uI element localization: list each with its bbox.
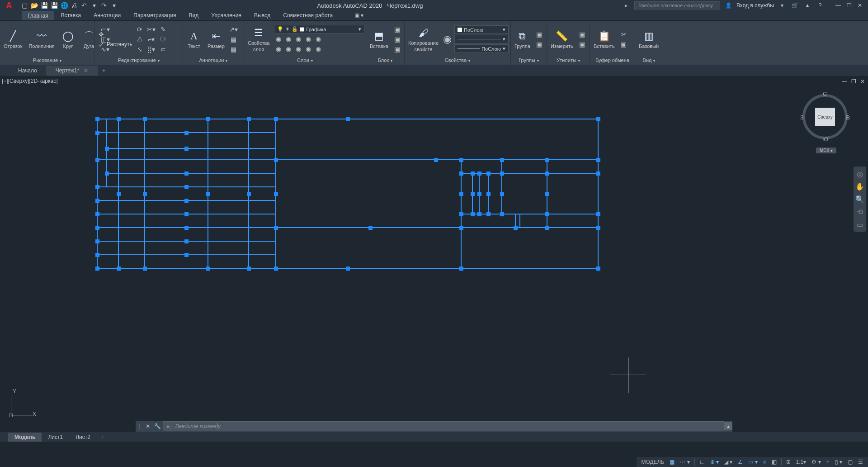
block-tool-icon[interactable]: ▣ [393,45,402,54]
cut-icon[interactable]: ✂ [619,30,628,39]
table-icon[interactable]: ▦ [229,35,238,44]
erase-icon[interactable]: ✎ [159,25,168,34]
ui-config-icon[interactable]: ▯ ▾ [833,458,844,466]
snap-toggle[interactable]: ⋯ ▾ [678,458,692,466]
layer-tool-icon[interactable]: ◉ [314,44,323,53]
cmd-options-icon[interactable]: 🔧 [152,423,163,429]
status-model[interactable]: МОДЕЛЬ [639,458,667,466]
plot-icon[interactable]: 🖨 [70,1,79,10]
search-input[interactable]: Введите ключевое слово/фразу [634,1,720,10]
transparency-toggle[interactable]: ◧ [769,458,779,466]
ucs-icon[interactable]: Y X [5,387,36,419]
layer-tool-icon[interactable]: ◉ [314,34,323,43]
iso-toggle[interactable]: ◢ ▾ [722,458,735,466]
clean-screen-icon[interactable]: ▢ [845,458,855,466]
rotate-icon[interactable]: ⟳ [135,25,144,34]
scale-label[interactable]: 1:1 ▾ [794,458,809,466]
cycling-toggle[interactable]: ⊞ [784,458,793,466]
compass-south[interactable]: Ю [822,136,828,143]
tab-main[interactable]: Главная [22,11,54,20]
cmd-history-button[interactable]: ▴ [724,422,732,430]
tab-parametric[interactable]: Параметризация [127,10,182,20]
otrack-toggle[interactable]: ▭ ▾ [746,458,760,466]
move-icon[interactable]: ✥ [97,30,106,39]
panel-annot-title[interactable]: Аннотации▾ [185,57,242,64]
tab-manage[interactable]: Управление [205,10,247,20]
tab-output[interactable]: Вывод [248,10,276,20]
lineweight-dropdown[interactable]: ▾ [454,35,509,43]
scale-icon[interactable]: ⤡ [135,45,144,54]
util-tool-icon[interactable]: ▣ [578,30,587,39]
stretch-button[interactable]: ⤢Растянуть [97,40,132,49]
array-icon[interactable]: ⣿▾ [147,45,156,54]
layer-tool-icon[interactable]: ◉ [294,34,303,43]
polyline-button[interactable]: 〰Полилиния [27,28,56,50]
new-icon[interactable]: ▢ [20,1,29,10]
app-logo[interactable]: A [0,0,18,11]
group-tool-icon[interactable]: ▣ [535,40,544,49]
layer-tool-icon[interactable]: ◉ [304,34,313,43]
web-icon[interactable]: 🌐 [60,1,69,10]
osnap-toggle[interactable]: ∠ [736,458,745,466]
restore-icon[interactable]: ❐ [844,1,854,10]
file-tab-start[interactable]: Начало [9,66,47,76]
panel-block-title[interactable]: Блок▾ [368,57,402,64]
lwt-toggle[interactable]: ≡ [761,458,769,466]
saveas-icon[interactable]: 💾 [50,1,59,10]
paste-button[interactable]: 📋Вставить [592,28,617,50]
chevron-down-icon[interactable]: ▾ [778,1,787,10]
close-icon[interactable]: ✕ [855,1,864,10]
baseview-button[interactable]: ▥Базовый [637,28,660,50]
cmd-close-icon[interactable]: ✕ [144,423,152,429]
open-icon[interactable]: 📂 [30,1,39,10]
tab-layout2[interactable]: Лист2 [69,433,97,442]
panel-utils-title[interactable]: Утилиты▾ [549,57,588,64]
redo-icon[interactable]: ↷ [99,1,108,10]
tab-annotate[interactable]: Аннотации [88,10,127,20]
fillet-icon[interactable]: ⌐▾ [147,35,156,44]
minimize-icon[interactable]: — [834,1,843,10]
color-dropdown[interactable]: ПоСлою▾ [454,25,509,34]
ortho-toggle[interactable]: ∟ [697,458,707,466]
command-input[interactable]: ▸_ Введите команду [163,421,724,431]
color-wheel-icon[interactable]: ◉ [443,35,452,44]
customize-icon[interactable]: ☰ [856,458,865,466]
viewcube-top-face[interactable]: Сверху [815,108,835,126]
grid-toggle[interactable]: ▦ [667,458,677,466]
wcs-label[interactable]: МСК ▾ [816,148,836,153]
panel-edit-title[interactable]: Редактирование▾ [97,57,181,64]
layer-tool-icon[interactable]: ◉ [294,44,303,53]
zoom-icon[interactable]: 🔍 [854,194,865,205]
block-tool-icon[interactable]: ▣ [393,25,402,34]
tab-featured[interactable]: ▣ ▾ [349,10,369,20]
panel-view-title[interactable]: Вид▾ [637,57,661,64]
undo-icon[interactable]: ↶ [80,1,89,10]
copy-icon[interactable]: ▣ [619,40,628,49]
group-button[interactable]: ⧉Группа [513,28,532,50]
util-tool-icon[interactable]: ▣ [578,40,587,49]
circle-button[interactable]: ◯Круг [59,28,77,50]
compass-north[interactable]: С [823,91,827,97]
leader-icon[interactable]: ↗▾ [229,25,238,34]
block-tool-icon[interactable]: ▣ [393,35,402,44]
drawing-viewport[interactable]: [−][Сверху][2D-каркас] — ❐ ✕ [0,76,868,421]
trim-icon[interactable]: ✂▾ [147,25,156,34]
gear-icon[interactable]: ⚙ ▾ [809,458,823,466]
cart-icon[interactable]: 🛒 [790,1,799,10]
chevron-down-icon[interactable]: ▾ [90,1,99,10]
text-button[interactable]: AТекст [185,28,203,50]
close-file-icon[interactable]: ✕ [84,67,88,74]
signin-icon[interactable]: 👤 [724,1,733,10]
panel-props-title[interactable]: Свойства▾ [406,57,509,64]
tab-view[interactable]: Вид [183,10,205,20]
add-layout-button[interactable]: + [97,433,109,442]
panel-draw-title[interactable]: Рисование▾ [2,57,93,64]
pan-icon[interactable]: ✋ [854,181,865,192]
layer-tool-icon[interactable]: ◉ [274,44,283,53]
panel-layers-title[interactable]: Слои▾ [246,57,364,64]
compass-west[interactable]: З [800,114,804,121]
drawing-canvas[interactable] [0,76,868,421]
signin-label[interactable]: Вход в службы [736,2,774,9]
matchprops-button[interactable]: 🖌Копирование свойств [406,25,440,53]
dim-button[interactable]: ⇤Размер [206,28,226,50]
